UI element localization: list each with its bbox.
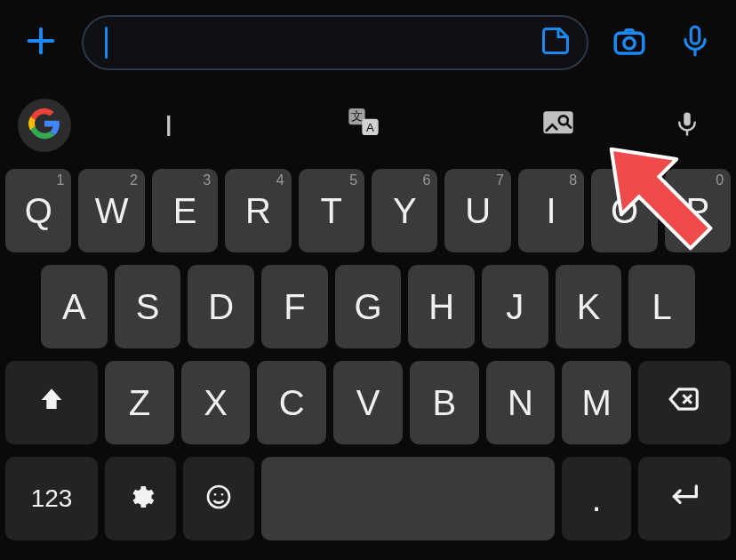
key-f[interactable]: F xyxy=(261,265,328,348)
keyboard: Q1W2E3R4T5Y6U7I8O9P0 ASDFGHJKL ZXCVBNM 1… xyxy=(0,165,736,548)
key-hint: 9 xyxy=(643,172,651,188)
key-label: C xyxy=(279,383,305,423)
period-key-label: . xyxy=(591,479,601,519)
key-hint: 7 xyxy=(496,172,504,188)
key-label: Z xyxy=(129,383,150,423)
chat-input-bar xyxy=(0,0,736,85)
shift-icon xyxy=(36,383,67,423)
key-label: E xyxy=(173,191,197,231)
key-label: W xyxy=(95,191,129,231)
voice-message-button[interactable] xyxy=(670,24,720,61)
key-hint: 4 xyxy=(276,172,284,188)
key-label: R xyxy=(245,191,271,231)
key-w[interactable]: W2 xyxy=(78,169,144,252)
key-u[interactable]: U7 xyxy=(444,169,510,252)
key-b[interactable]: B xyxy=(410,361,479,444)
key-label: P xyxy=(686,191,710,231)
key-h[interactable]: H xyxy=(408,265,475,348)
key-label: J xyxy=(506,287,524,327)
key-r[interactable]: R4 xyxy=(225,169,291,252)
key-v[interactable]: V xyxy=(333,361,403,444)
key-y[interactable]: Y6 xyxy=(372,169,437,252)
key-label: Q xyxy=(25,191,52,231)
key-label: K xyxy=(577,287,601,327)
key-label: G xyxy=(354,287,381,327)
key-hint: 3 xyxy=(203,172,211,188)
key-label: F xyxy=(284,287,305,327)
add-button[interactable] xyxy=(16,23,66,62)
shift-key[interactable] xyxy=(5,361,98,444)
image-search-button[interactable] xyxy=(461,85,656,165)
key-label: U xyxy=(465,191,491,231)
text-cursor xyxy=(105,27,108,59)
key-label: D xyxy=(208,287,234,327)
keyboard-row-4: 123 . xyxy=(4,457,732,540)
key-hint: 1 xyxy=(57,172,65,188)
image-search-icon xyxy=(540,104,576,147)
key-label: O xyxy=(611,191,638,231)
svg-text:文: 文 xyxy=(351,109,363,123)
google-logo-icon xyxy=(28,108,60,143)
backspace-key[interactable] xyxy=(638,361,731,444)
svg-rect-2 xyxy=(615,33,644,53)
key-hint: 2 xyxy=(130,172,138,188)
svg-rect-13 xyxy=(684,113,691,126)
key-hint: 0 xyxy=(716,172,724,188)
key-l[interactable]: L xyxy=(628,265,695,348)
sticker-button[interactable] xyxy=(535,22,576,63)
key-m[interactable]: M xyxy=(562,361,631,444)
key-p[interactable]: P0 xyxy=(665,169,731,252)
svg-point-17 xyxy=(208,486,229,508)
key-label: Y xyxy=(393,191,417,231)
key-label: B xyxy=(432,383,456,423)
keyboard-suggestion-strip: I 文A xyxy=(0,85,736,165)
key-label: H xyxy=(428,287,454,327)
key-e[interactable]: E3 xyxy=(152,169,218,252)
emoji-key[interactable] xyxy=(183,457,254,540)
key-i[interactable]: I8 xyxy=(518,169,584,252)
microphone-icon xyxy=(678,24,712,61)
space-key[interactable] xyxy=(261,457,555,540)
key-hint: 5 xyxy=(349,172,357,188)
settings-key[interactable] xyxy=(105,457,176,540)
microphone-icon xyxy=(674,110,700,140)
translate-icon: 文A xyxy=(346,104,381,147)
key-j[interactable]: J xyxy=(482,265,548,348)
svg-text:A: A xyxy=(366,121,374,134)
key-s[interactable]: S xyxy=(115,265,181,348)
svg-point-3 xyxy=(624,38,635,49)
message-input[interactable] xyxy=(82,15,588,70)
camera-button[interactable] xyxy=(604,22,654,63)
suggestion-1-text: I xyxy=(164,108,172,143)
key-label: L xyxy=(652,287,672,327)
keyboard-row-3: ZXCVBNM xyxy=(4,361,732,444)
key-label: V xyxy=(356,383,380,423)
key-g[interactable]: G xyxy=(335,265,402,348)
key-hint: 6 xyxy=(423,172,431,188)
symbols-key[interactable]: 123 xyxy=(5,457,98,540)
sticker-icon xyxy=(540,25,572,60)
backspace-icon xyxy=(668,382,701,424)
svg-point-19 xyxy=(221,493,224,496)
key-x[interactable]: X xyxy=(181,361,251,444)
key-n[interactable]: N xyxy=(486,361,556,444)
key-c[interactable]: C xyxy=(257,361,326,444)
gear-icon xyxy=(126,479,155,519)
key-q[interactable]: Q1 xyxy=(5,169,71,252)
key-t[interactable]: T5 xyxy=(299,169,364,252)
period-key[interactable]: . xyxy=(562,457,631,540)
enter-key[interactable] xyxy=(638,457,731,540)
svg-point-18 xyxy=(214,493,217,496)
key-o[interactable]: O9 xyxy=(591,169,657,252)
key-a[interactable]: A xyxy=(41,265,108,348)
translate-button[interactable]: 文A xyxy=(266,85,460,165)
key-z[interactable]: Z xyxy=(105,361,174,444)
key-k[interactable]: K xyxy=(556,265,622,348)
suggestion-1[interactable]: I xyxy=(71,85,266,165)
key-d[interactable]: D xyxy=(188,265,254,348)
key-label: S xyxy=(136,287,160,327)
key-label: T xyxy=(321,191,342,231)
keyboard-voice-input-button[interactable] xyxy=(656,110,718,140)
google-search-button[interactable] xyxy=(18,99,71,152)
svg-rect-4 xyxy=(691,27,700,44)
